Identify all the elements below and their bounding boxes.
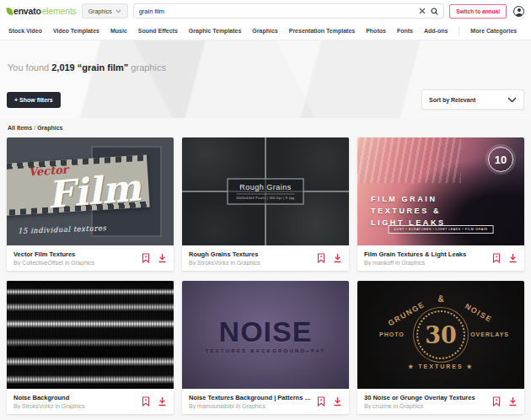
- breadcrumb-separator: /: [34, 125, 35, 131]
- bookmark-icon[interactable]: [142, 396, 150, 407]
- card-byline[interactable]: By cruzine in Graphics: [364, 403, 475, 409]
- search-submit-button[interactable]: [431, 8, 438, 15]
- bookmark-icon[interactable]: [492, 396, 501, 407]
- result-card-grunge-overlay-textures[interactable]: GRUNGE & NOISE 30 PHOTO OVERLAYS ★ TEXTU…: [357, 281, 524, 414]
- thumbnail-noise-purple[interactable]: NOISE TEXTURES BACKGROUND+PAT: [182, 281, 349, 389]
- search-category-label: Graphics: [88, 8, 112, 14]
- search-input[interactable]: [139, 8, 415, 15]
- bookmark-icon[interactable]: [317, 253, 325, 263]
- category-nav: Stock Video Video Templates Music Sound …: [0, 22, 531, 40]
- result-card-noise-textures-patterns[interactable]: NOISE TEXTURES BACKGROUND+PAT Noise Text…: [182, 281, 349, 414]
- envato-leaf-icon: [6, 8, 13, 16]
- card-title[interactable]: Rough Grains Textures: [189, 250, 260, 258]
- thumb-count-badge: 10: [488, 147, 513, 172]
- nav-item-video-templates[interactable]: Video Templates: [53, 28, 99, 34]
- card-title[interactable]: 30 Noise or Grunge Overlay Textures: [364, 394, 475, 401]
- card-byline[interactable]: By mamounalbibi in Graphics: [189, 403, 312, 409]
- chevron-down-icon: [507, 97, 517, 103]
- close-icon: [419, 8, 426, 14]
- thumb-badge-ring: 30: [416, 310, 465, 359]
- logo-envato-text: envato: [13, 6, 41, 16]
- search-category-dropdown[interactable]: Graphics: [82, 3, 128, 19]
- nav-divider: [459, 26, 459, 36]
- nav-item-presentation-templates[interactable]: Presentation Templates: [289, 28, 355, 34]
- thumbnail-noise-background[interactable]: [7, 281, 174, 389]
- thumb-word-film: Film: [46, 165, 142, 217]
- bookmark-icon[interactable]: [492, 253, 501, 263]
- download-icon[interactable]: [158, 253, 167, 263]
- thumbnail-film-grain-light-leaks[interactable]: FILM GRAIN TEXTURES & LIGHT LEAKS 10 DUS…: [357, 137, 524, 245]
- thumbnail-grunge-badge[interactable]: GRUNGE & NOISE 30 PHOTO OVERLAYS ★ TEXTU…: [357, 281, 524, 389]
- user-avatar[interactable]: [513, 6, 524, 17]
- breadcrumb-all-items[interactable]: All Items: [8, 125, 32, 131]
- breadcrumb: All Items/Graphics: [0, 118, 531, 136]
- nav-item-music[interactable]: Music: [110, 28, 127, 34]
- envato-elements-logo[interactable]: envato elements: [7, 6, 77, 16]
- results-grid: Vector Film 15 individual textures Vecto…: [0, 136, 531, 420]
- card-title[interactable]: Film Grain Textures & Light Leaks: [364, 250, 466, 258]
- download-icon[interactable]: [333, 396, 342, 407]
- nav-item-fonts[interactable]: Fonts: [397, 28, 413, 34]
- card-byline[interactable]: By StroksVorkz in Graphics: [189, 260, 260, 266]
- thumb-center-label: Rough Grains 6000x4000 Pixels | 300 Dpi …: [227, 179, 303, 205]
- show-filters-button[interactable]: + Show filters: [7, 92, 61, 108]
- logo-elements-text: elements: [42, 6, 77, 16]
- results-count-line: You found 2,019 “grain film” graphics: [0, 40, 531, 73]
- result-card-vector-film-textures[interactable]: Vector Film 15 individual textures Vecto…: [7, 137, 174, 271]
- card-title[interactable]: Noise Textures Background | Patterns Sea…: [189, 394, 312, 401]
- sort-dropdown-label: Sort by Relevant: [429, 97, 475, 103]
- download-icon[interactable]: [333, 253, 342, 263]
- result-card-film-grain-light-leaks[interactable]: FILM GRAIN TEXTURES & LIGHT LEAKS 10 DUS…: [357, 137, 524, 271]
- clear-search-button[interactable]: [419, 8, 426, 14]
- results-toolbar: + Show filters Sort by Relevant: [0, 89, 531, 110]
- sort-dropdown[interactable]: Sort by Relevant: [421, 89, 524, 110]
- nav-item-stock-video[interactable]: Stock Video: [8, 28, 42, 34]
- thumb-word-sub: TEXTURES BACKGROUND+PAT: [206, 348, 326, 353]
- bookmark-icon[interactable]: [142, 253, 150, 263]
- search-bar: [133, 3, 445, 19]
- download-icon[interactable]: [508, 396, 518, 407]
- nav-item-graphics[interactable]: Graphics: [252, 28, 277, 34]
- download-icon[interactable]: [158, 396, 167, 407]
- nav-item-sound-effects[interactable]: Sound Effects: [138, 28, 178, 34]
- results-header: You found 2,019 “grain film” graphics + …: [0, 40, 531, 118]
- thumb-keyword-bar: DUST • SCRATCHES • LIGHT LEAKS • FILM GR…: [389, 225, 494, 234]
- chevron-down-icon: [115, 9, 121, 13]
- avatar-person-icon: [518, 8, 521, 12]
- thumb-title-block: FILM GRAIN TEXTURES & LIGHT LEAKS: [371, 193, 446, 229]
- thumbnail-rough-grains[interactable]: Rough Grains 6000x4000 Pixels | 300 Dpi …: [182, 137, 349, 245]
- top-bar: envato elements Graphics Switch to annua…: [0, 0, 531, 22]
- search-icon: [431, 8, 438, 15]
- card-byline[interactable]: By CollectiveOffset in Graphics: [13, 260, 94, 266]
- result-card-noise-background[interactable]: Noise Background By StroksVorkz in Graph…: [7, 281, 174, 414]
- switch-to-annual-button[interactable]: Switch to annual: [449, 4, 507, 19]
- thumbnail-vector-film[interactable]: Vector Film 15 individual textures: [7, 137, 174, 245]
- results-count-bold: 2,019 “grain film”: [51, 62, 128, 73]
- card-title[interactable]: Vector Film Textures: [13, 250, 94, 258]
- thumb-word-noise: NOISE: [219, 317, 313, 346]
- nav-item-add-ons[interactable]: Add-ons: [424, 28, 448, 34]
- nav-item-more-categories[interactable]: More Categories: [470, 28, 517, 34]
- card-title[interactable]: Noise Background: [13, 394, 85, 401]
- card-byline[interactable]: By mankoff in Graphics: [364, 260, 466, 266]
- breadcrumb-graphics[interactable]: Graphics: [37, 125, 62, 131]
- nav-item-graphic-templates[interactable]: Graphic Templates: [189, 28, 242, 34]
- card-byline[interactable]: By StroksVorkz in Graphics: [13, 403, 85, 409]
- bookmark-icon[interactable]: [317, 396, 325, 407]
- download-icon[interactable]: [508, 253, 518, 263]
- nav-item-photos[interactable]: Photos: [366, 28, 386, 34]
- result-card-rough-grains-textures[interactable]: Rough Grains 6000x4000 Pixels | 300 Dpi …: [182, 137, 349, 271]
